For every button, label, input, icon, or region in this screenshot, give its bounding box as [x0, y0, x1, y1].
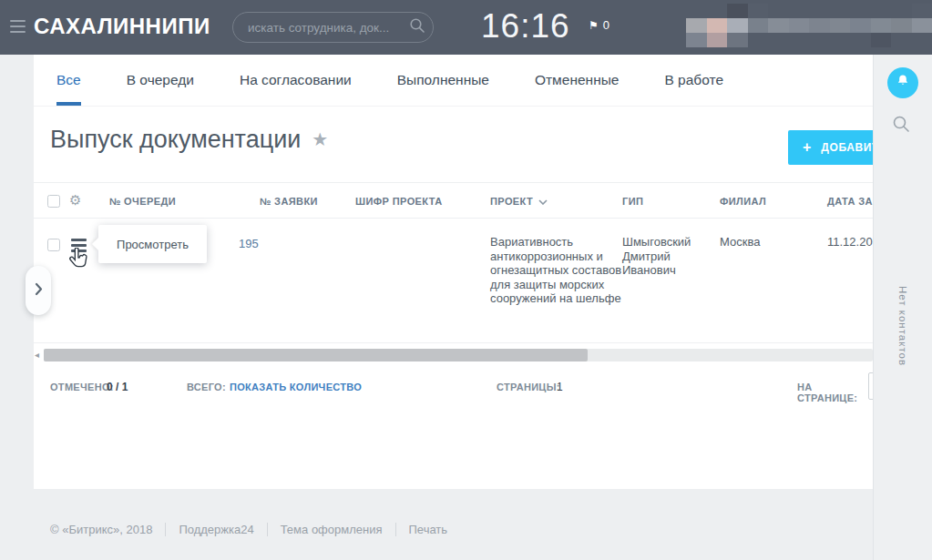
- column-project[interactable]: ПРОЕКТ: [490, 196, 548, 207]
- blurred-user-info[interactable]: [686, 4, 932, 47]
- right-sidebar: Нет контактов: [873, 55, 932, 560]
- scroll-left-arrow-icon[interactable]: ◂: [35, 350, 39, 360]
- table-row: Просмотреть 195 Вариативность антикорроз…: [34, 219, 873, 343]
- select-all-checkbox[interactable]: [47, 195, 60, 208]
- tab-done[interactable]: Выполненные: [397, 55, 489, 106]
- popup-arrow: [92, 238, 105, 250]
- menu-item-view[interactable]: Просмотреть: [117, 238, 189, 251]
- plus-icon: +: [803, 139, 811, 156]
- top-bar: САХАЛИННИПИ 16:16 ⚑ 0: [0, 0, 932, 55]
- favorite-star-icon[interactable]: ★: [312, 128, 328, 150]
- footer-link-theme[interactable]: Тема оформления: [281, 523, 383, 536]
- global-search[interactable]: [232, 12, 434, 43]
- content-card: Все В очереди На согласовании Выполненны…: [34, 55, 873, 489]
- show-count-link[interactable]: ПОКАЗАТЬ КОЛИЧЕСТВО: [230, 382, 362, 392]
- divider: [267, 523, 268, 536]
- project-cell: Вариативность антикоррозионных и огнезащ…: [490, 235, 629, 306]
- tab-queued[interactable]: В очереди: [127, 55, 194, 106]
- copyright: © «Битрикс», 2018: [50, 523, 152, 536]
- pages-label: СТРАНИЦЫ:: [497, 382, 560, 392]
- page-title: Выпуск документации★: [50, 126, 328, 154]
- column-gip[interactable]: ГИП: [622, 196, 643, 207]
- column-date[interactable]: ДАТА ЗАЯВКИ: [827, 196, 873, 207]
- grid-footer: ОТМЕЧЕНО: 0 / 1 ВСЕГО: ПОКАЗАТЬ КОЛИЧЕСТ…: [34, 369, 873, 405]
- row-checkbox[interactable]: [47, 239, 60, 251]
- horizontal-scrollbar: ◂: [34, 348, 873, 362]
- checked-value: 0 / 1: [107, 381, 128, 393]
- global-search-input[interactable]: [248, 21, 409, 35]
- column-queue-no[interactable]: № ОЧЕРЕДИ: [109, 196, 176, 207]
- tab-all[interactable]: Все: [56, 55, 81, 106]
- left-panel-toggle[interactable]: [26, 266, 51, 315]
- column-branch[interactable]: ФИЛИАЛ: [720, 196, 766, 207]
- clock: 16:16: [481, 7, 570, 46]
- flag-count: 0: [603, 18, 609, 32]
- column-request-no[interactable]: № ЗАЯВКИ: [260, 196, 318, 207]
- sort-chevron-down-icon: [538, 196, 548, 207]
- per-page-label: НА СТРАНИЦЕ:: [797, 382, 873, 403]
- total-label: ВСЕГО:: [187, 382, 226, 392]
- filter-tabs: Все В очереди На согласовании Выполненны…: [34, 55, 873, 107]
- footer-link-support[interactable]: Поддержка24: [179, 523, 253, 536]
- notifications-button[interactable]: [887, 67, 918, 98]
- title-row: Выпуск документации★ + ДОБАВИТЬ: [34, 107, 873, 182]
- date-cell: 11.12.2018: [827, 235, 873, 249]
- branch-cell: Москва: [720, 235, 802, 249]
- tab-cancelled[interactable]: Отмененные: [535, 55, 620, 106]
- app-title[interactable]: САХАЛИННИПИ: [34, 14, 210, 39]
- grid-header: ⚙ № ОЧЕРЕДИ № ЗАЯВКИ ШИФР ПРОЕКТА ПРОЕКТ…: [34, 182, 873, 219]
- bell-icon: [895, 73, 911, 93]
- scrollbar-track[interactable]: [44, 349, 873, 361]
- add-button[interactable]: + ДОБАВИТЬ: [788, 130, 873, 165]
- no-contacts-label: Нет контактов: [874, 253, 932, 399]
- flag-icon: ⚑: [589, 19, 599, 32]
- row-actions-popup: Просмотреть: [98, 225, 207, 263]
- row-actions-menu-icon[interactable]: [71, 239, 87, 255]
- scrollbar-thumb[interactable]: [44, 349, 588, 361]
- request-no-link[interactable]: 195: [239, 237, 259, 251]
- tab-approval[interactable]: На согласовании: [240, 55, 352, 106]
- page-footer: © «Битрикс», 2018 Поддержка24 Тема оформ…: [50, 523, 447, 536]
- gip-cell: Шмыговский Дмитрий Иванович: [622, 235, 710, 278]
- main-menu-icon[interactable]: [10, 20, 26, 36]
- divider: [395, 523, 396, 536]
- search-icon[interactable]: [409, 17, 425, 37]
- tab-in-progress[interactable]: В работе: [664, 55, 723, 106]
- pages-value: 1: [557, 381, 563, 393]
- column-project-code[interactable]: ШИФР ПРОЕКТА: [355, 196, 443, 207]
- divider: [165, 523, 166, 536]
- flag-counter[interactable]: ⚑ 0: [589, 18, 609, 32]
- grid-settings-gear-icon[interactable]: ⚙: [69, 192, 81, 209]
- checked-label: ОТМЕЧЕНО:: [50, 382, 114, 392]
- sidebar-search-icon[interactable]: [892, 115, 910, 137]
- chevron-right-icon: [35, 282, 43, 300]
- footer-link-print[interactable]: Печать: [409, 523, 448, 536]
